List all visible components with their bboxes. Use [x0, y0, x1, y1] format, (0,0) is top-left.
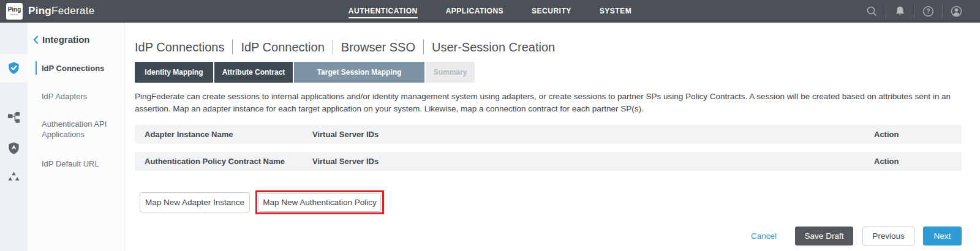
- policy-table-header-row: Authentication Policy Contract Name Virt…: [135, 152, 962, 171]
- tab-identity-mapping[interactable]: Identity Mapping: [135, 62, 213, 83]
- icon-divider: [914, 6, 914, 18]
- cluster-icon[interactable]: [7, 170, 20, 184]
- nav-authentication[interactable]: AUTHENTICATION: [349, 4, 418, 18]
- sidebar-section-label: Integration: [42, 34, 90, 45]
- search-icon[interactable]: [865, 5, 878, 18]
- map-new-authentication-policy-button[interactable]: Map New Authentication Policy: [258, 193, 381, 212]
- breadcrumb-separator: [333, 40, 333, 54]
- column-action: Action: [874, 130, 962, 139]
- breadcrumb-separator: [423, 40, 424, 54]
- wizard-tabs: Identity Mapping Attribute Contract Targ…: [135, 62, 475, 83]
- sidebar-icon-strip: [0, 23, 28, 251]
- page-description: PingFederate can create sessions to inte…: [135, 91, 962, 114]
- tab-target-session-mapping[interactable]: Target Session Mapping: [294, 62, 424, 83]
- primary-nav: AUTHENTICATION APPLICATIONS SECURITY SYS…: [0, 0, 980, 23]
- previous-button[interactable]: Previous: [862, 227, 914, 245]
- help-icon[interactable]: ?: [922, 5, 935, 18]
- shield-badge-icon[interactable]: [7, 141, 20, 155]
- sidebar: Integration IdP Connections IdP Adapters…: [28, 23, 124, 251]
- active-indicator: [36, 61, 37, 75]
- adapter-table-header-row: Adapter Instance Name Virtual Server IDs…: [135, 125, 962, 144]
- map-new-adapter-instance-button[interactable]: Map New Adapter Instance: [140, 192, 250, 212]
- sidebar-item-idp-default-url[interactable]: IdP Default URL: [28, 151, 124, 176]
- sidebar-item-idp-connections[interactable]: IdP Connections: [28, 56, 124, 80]
- sidebar-item-idp-adapters[interactable]: IdP Adapters: [28, 84, 124, 108]
- breadcrumb-idp-connection: IdP Connection: [241, 40, 324, 54]
- sitemap-icon[interactable]: [7, 111, 20, 125]
- sidebar-item-label: IdP Connections: [42, 63, 104, 73]
- breadcrumb-user-session-creation: User-Session Creation: [432, 40, 555, 54]
- top-bar: Ping Identity. PingFederate AUTHENTICATI…: [0, 0, 980, 23]
- pingfederate-window: Ping Identity. PingFederate AUTHENTICATI…: [0, 0, 980, 251]
- breadcrumb: IdP Connections IdP Connection Browser S…: [135, 40, 555, 54]
- icon-divider: [886, 6, 886, 18]
- column-adapter-instance-name: Adapter Instance Name: [135, 130, 312, 139]
- back-chevron-icon: [33, 36, 39, 44]
- notifications-bell-icon[interactable]: [894, 5, 907, 18]
- tab-attribute-contract[interactable]: Attribute Contract: [214, 62, 293, 83]
- red-highlight-annotation: Map New Authentication Policy: [255, 190, 384, 214]
- sidebar-item-label: IdP Adapters: [28, 91, 87, 102]
- icon-divider: [942, 6, 943, 18]
- column-virtual-server-ids: Virtual Server IDs: [312, 157, 874, 166]
- shield-check-icon[interactable]: [7, 61, 20, 75]
- sidebar-back-integration[interactable]: Integration: [33, 34, 90, 45]
- column-virtual-server-ids: Virtual Server IDs: [312, 130, 874, 139]
- tab-summary: Summary: [426, 62, 475, 83]
- sidebar-item-authentication-api-applications[interactable]: Authentication API Applications: [28, 112, 124, 146]
- column-authentication-policy-contract-name: Authentication Policy Contract Name: [135, 157, 312, 166]
- breadcrumb-idp-connections: IdP Connections: [135, 40, 224, 54]
- breadcrumb-separator: [232, 40, 233, 54]
- save-draft-button[interactable]: Save Draft: [795, 227, 853, 245]
- breadcrumb-browser-sso: Browser SSO: [341, 40, 415, 54]
- sidebar-item-label: Authentication API Applications: [28, 119, 124, 140]
- top-bar-icons: ?: [865, 0, 963, 23]
- user-account-icon[interactable]: [950, 5, 963, 18]
- nav-applications[interactable]: APPLICATIONS: [446, 4, 503, 18]
- nav-security[interactable]: SECURITY: [532, 4, 571, 18]
- wizard-footer-actions: Cancel Save Draft Previous Next: [751, 227, 962, 245]
- next-button[interactable]: Next: [923, 227, 962, 245]
- sidebar-item-label: IdP Default URL: [28, 159, 99, 169]
- nav-system[interactable]: SYSTEM: [600, 4, 631, 18]
- svg-text:?: ?: [926, 7, 930, 15]
- cancel-link[interactable]: Cancel: [751, 231, 777, 241]
- column-action: Action: [874, 157, 962, 166]
